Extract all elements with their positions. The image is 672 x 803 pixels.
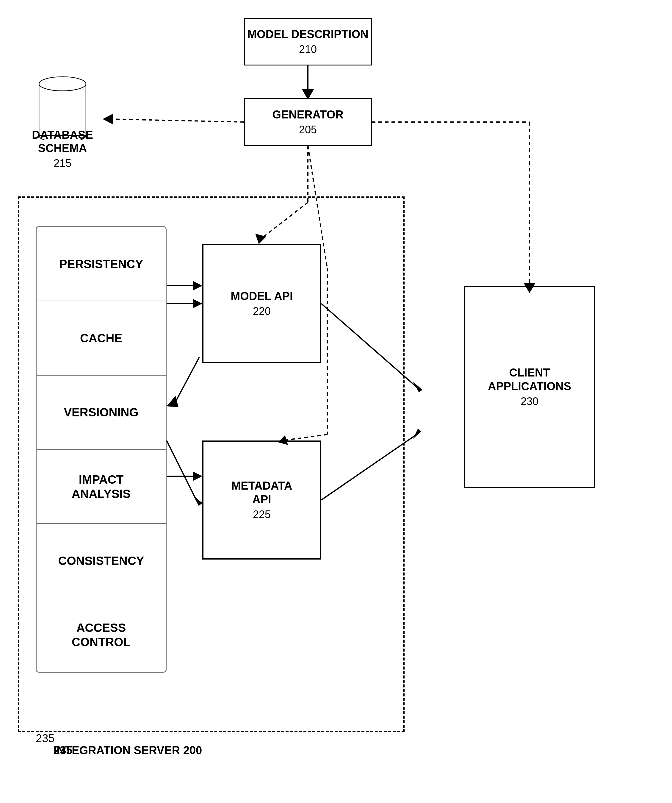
metadata-api-number: 225 — [253, 508, 271, 521]
integration-server-text: INTEGRATION SERVER 200 — [54, 744, 202, 757]
client-applications-box: CLIENTAPPLICATIONS 230 — [464, 286, 595, 488]
model-description-box: MODEL DESCRIPTION 210 — [244, 18, 372, 65]
client-applications-label: CLIENTAPPLICATIONS — [488, 366, 571, 393]
metadata-api-box: METADATAAPI 225 — [202, 441, 321, 559]
diagram: MODEL DESCRIPTION 210 GENERATOR 205 DATA… — [0, 0, 672, 803]
model-description-label: MODEL DESCRIPTION — [247, 28, 368, 41]
database-schema: DATABASESCHEMA 215 — [24, 75, 101, 176]
service-versioning: VERSIONING — [37, 375, 166, 450]
svg-point-1 — [39, 77, 86, 91]
generator-label: GENERATOR — [272, 108, 343, 122]
model-api-number: 220 — [253, 305, 271, 318]
model-api-label: MODEL API — [230, 289, 293, 303]
client-applications-number: 230 — [521, 395, 539, 408]
svg-marker-18 — [413, 382, 422, 392]
service-persistency: PERSISTENCY — [37, 227, 166, 301]
consistency-label: CONSISTENCY — [58, 554, 144, 568]
persistency-label: PERSISTENCY — [59, 257, 143, 271]
service-access-control: ACCESSCONTROL — [37, 598, 166, 672]
access-control-label: ACCESSCONTROL — [72, 621, 131, 649]
svg-marker-20 — [413, 429, 421, 439]
model-api-box: MODEL API 220 — [202, 244, 321, 363]
svg-marker-5 — [102, 114, 113, 124]
svg-line-4 — [110, 119, 244, 122]
db-schema-number: 215 — [32, 157, 93, 170]
versioning-label: VERSIONING — [64, 405, 138, 419]
model-description-number: 210 — [299, 43, 317, 56]
service-stack: PERSISTENCY CACHE VERSIONING IMPACTANALY… — [36, 226, 167, 673]
svg-rect-0 — [39, 84, 86, 135]
generator-number: 205 — [299, 124, 317, 136]
service-cache: CACHE — [37, 301, 166, 375]
metadata-api-label: METADATAAPI — [231, 479, 292, 506]
service-consistency: CONSISTENCY — [37, 524, 166, 598]
service-impact-analysis: IMPACTANALYSIS — [37, 450, 166, 524]
integration-server-235: 235 — [36, 732, 54, 745]
generator-box: GENERATOR 205 — [244, 98, 372, 146]
db-schema-label: DATABASESCHEMA — [32, 128, 93, 155]
cache-label: CACHE — [80, 331, 122, 345]
impact-analysis-label: IMPACTANALYSIS — [72, 472, 131, 501]
